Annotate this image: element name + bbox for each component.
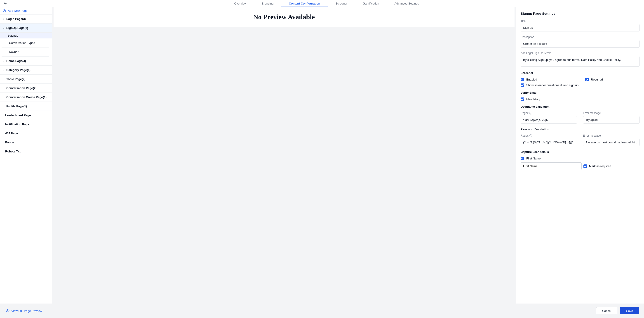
capture-details-heading: Capture user details — [520, 150, 640, 154]
top-bar: OverviewBrandingContent ConfigurationScr… — [0, 0, 644, 7]
label-legal: Add Legal Sign Up Terms — [520, 52, 640, 55]
tab-branding[interactable]: Branding — [254, 0, 281, 7]
checkbox[interactable] — [584, 164, 587, 168]
label-title: Title — [520, 20, 640, 23]
verify-email-heading: Verify Email — [520, 91, 640, 94]
sidebar-item-robots-txt[interactable]: Robots Txt — [2, 147, 49, 156]
capture-firstname-check[interactable]: First Name — [520, 157, 640, 160]
sidebar-item-notification-page[interactable]: Notification Page — [2, 120, 49, 129]
label-regex: Regex i — [520, 112, 577, 115]
sidebar-item-conversation-page[interactable]: Conversation Page(2) — [0, 84, 52, 93]
username-validation-heading: Username Validation — [520, 105, 640, 108]
sidebar-child-navbar[interactable]: Navbar — [2, 48, 49, 57]
checkbox[interactable] — [585, 78, 589, 81]
check-label: Show screener questions during sign up — [526, 84, 578, 87]
add-new-page-label: Add New Page — [8, 9, 28, 13]
label-description: Description — [520, 36, 640, 39]
screener-enabled-check[interactable]: Enabled — [520, 78, 579, 81]
sidebar: Add New Page Login Page(3)SignUp Page(1)… — [0, 7, 52, 303]
sidebar-item-home-page[interactable]: Home Page(4) — [0, 57, 52, 66]
check-label: Enabled — [526, 78, 537, 81]
check-label: Mandatory — [526, 98, 540, 101]
tab-screener[interactable]: Screener — [328, 0, 355, 7]
tab-content-configuration[interactable]: Content Configuration — [281, 0, 328, 7]
cancel-button[interactable]: Cancel — [596, 307, 617, 314]
preview-empty-state: No Preview Available — [54, 7, 514, 27]
verify-mandatory-check[interactable]: Mandatory — [520, 98, 640, 101]
sidebar-item-conversation-create-page[interactable]: Conversation Create Page(1) — [0, 93, 52, 102]
view-full-preview-label: View Full Page Preview — [11, 309, 42, 312]
sidebar-item-404-page[interactable]: 404 Page — [2, 129, 49, 138]
back-button[interactable] — [0, 0, 9, 7]
eye-icon — [6, 309, 10, 312]
label-error: Error message — [583, 112, 640, 115]
svg-point-4 — [7, 310, 8, 311]
check-label: Required — [591, 78, 603, 81]
screener-heading: Screener — [520, 71, 640, 75]
input-legal[interactable]: By clicking Sign up, you agree to our Te… — [520, 56, 640, 67]
screener-show-check[interactable]: Show screener questions during sign up — [520, 84, 640, 87]
sidebar-item-footer[interactable]: Footer — [2, 138, 49, 147]
check-label: First Name — [526, 157, 541, 160]
sidebar-item-login-page[interactable]: Login Page(3) — [0, 15, 52, 24]
sidebar-item-category-page[interactable]: Category Page(1) — [0, 66, 52, 75]
tab-advanced-settings[interactable]: Advanced Settings — [387, 0, 426, 7]
checkbox[interactable] — [520, 84, 524, 87]
plus-circle-icon — [3, 9, 6, 13]
sidebar-item-topic-page[interactable]: Topic Page(2) — [0, 75, 52, 84]
sidebar-child-conversation-types[interactable]: Conversation Types — [2, 39, 49, 48]
info-icon: i — [530, 134, 532, 137]
password-validation-heading: Password Validation — [520, 128, 640, 131]
input-title[interactable] — [520, 24, 640, 32]
sidebar-child-settings[interactable]: Settings — [0, 33, 52, 39]
tabs: OverviewBrandingContent ConfigurationScr… — [9, 0, 644, 7]
mark-required-check[interactable]: Mark as required — [584, 164, 640, 168]
input-password-regex[interactable] — [520, 139, 577, 146]
sidebar-item-signup-page[interactable]: SignUp Page(1) — [0, 24, 52, 33]
preview-empty-text: No Preview Available — [253, 13, 315, 21]
label-error: Error message — [583, 134, 640, 137]
save-button[interactable]: Save — [620, 307, 639, 314]
checkbox[interactable] — [520, 78, 524, 81]
inspector-panel: Signup Page Settings Title Description A… — [516, 7, 644, 303]
sidebar-item-leaderboard-page[interactable]: Leaderboard Page — [2, 111, 49, 120]
input-username-error[interactable] — [583, 116, 640, 124]
add-new-page-button[interactable]: Add New Page — [0, 7, 52, 15]
input-description[interactable] — [520, 40, 640, 48]
inspector-title: Signup Page Settings — [520, 12, 640, 15]
sidebar-item-profile-page[interactable]: Profile Page(1) — [0, 102, 52, 111]
tab-overview[interactable]: Overview — [226, 0, 254, 7]
tab-gamification[interactable]: Gamification — [355, 0, 387, 7]
screener-required-check[interactable]: Required — [585, 78, 644, 81]
input-firstname-label[interactable] — [520, 162, 582, 170]
label-regex: Regex i — [520, 134, 577, 137]
input-username-regex[interactable] — [520, 116, 577, 124]
checkbox[interactable] — [520, 98, 524, 101]
check-label: Mark as required — [589, 164, 611, 168]
checkbox[interactable] — [520, 157, 524, 160]
view-full-preview-button[interactable]: View Full Page Preview — [6, 309, 42, 312]
arrow-left-icon — [3, 1, 7, 6]
info-icon: i — [530, 112, 532, 114]
input-password-error[interactable] — [583, 139, 640, 146]
preview-panel: No Preview Available — [52, 7, 516, 303]
footer-bar: View Full Page Preview Cancel Save — [0, 303, 644, 318]
